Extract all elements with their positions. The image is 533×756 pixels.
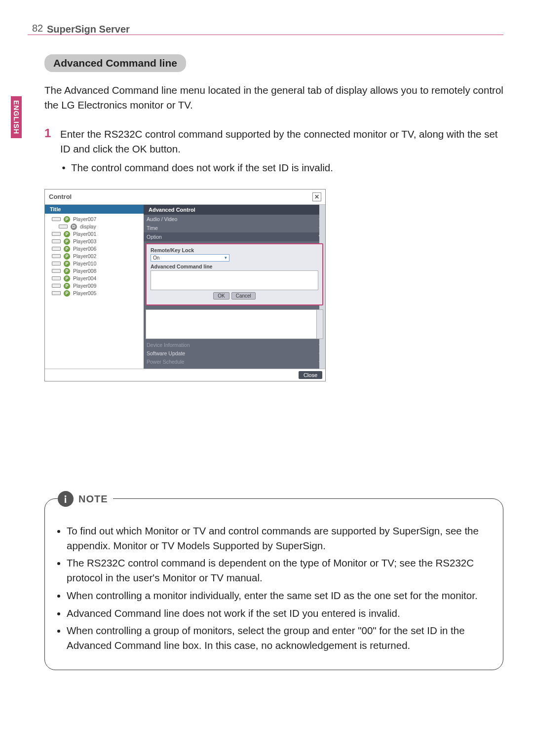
list-item[interactable]: PPlayer006 <box>52 245 144 253</box>
content-area: Advanced Command line The Advanced Comma… <box>44 35 503 381</box>
list-item[interactable]: PPlayer005 <box>52 290 144 297</box>
subrow-option[interactable]: Option▼ <box>144 232 325 241</box>
list-item[interactable]: PPlayer010 <box>52 260 144 267</box>
step-sub-bullet: • The control command does not work if t… <box>60 160 503 175</box>
list-item[interactable]: PPlayer009 <box>52 282 144 290</box>
title-header: Title <box>45 205 144 214</box>
status-badge: P <box>64 261 70 267</box>
cancel-button[interactable]: Cancel <box>231 292 256 300</box>
bullet-text: The control command does not work if the… <box>71 160 333 175</box>
status-badge: P <box>64 275 70 282</box>
status-badge: P <box>64 216 70 223</box>
remote-key-lock-label: Remote/Key Lock <box>151 247 318 253</box>
device-icon <box>52 217 61 221</box>
note-item: When controlling a group of monitors, se… <box>67 623 491 652</box>
panel-title: Control <box>49 193 72 200</box>
player-label: Player003 <box>73 238 96 244</box>
remote-key-lock-select[interactable]: On ▾ <box>151 254 229 262</box>
output-area <box>146 309 323 339</box>
device-icon <box>52 239 61 243</box>
player-label: Player004 <box>73 275 96 281</box>
option-block-highlight: Remote/Key Lock On ▾ Advanced Command li… <box>146 243 323 305</box>
list-item[interactable]: PPlayer008 <box>52 267 144 275</box>
status-badge: P <box>64 290 70 297</box>
subrow-label: Option <box>147 234 162 240</box>
note-item: Advanced Command line does not work if t… <box>67 606 491 621</box>
player-label: Player005 <box>73 290 96 296</box>
list-item[interactable]: PPlayer002 <box>52 253 144 260</box>
status-badge: P <box>64 283 70 289</box>
subrow-label: Audio / Video <box>147 216 177 222</box>
status-badge: D <box>71 224 77 230</box>
chevron-down-icon: ▾ <box>225 255 227 260</box>
device-icon <box>52 254 61 258</box>
status-badge: P <box>64 253 70 260</box>
device-icon <box>52 247 61 251</box>
status-badge: P <box>64 268 70 274</box>
list-item[interactable]: PPlayer007 <box>52 216 144 223</box>
note-item: The RS232C control command is dependent … <box>67 556 491 585</box>
device-icon <box>52 262 61 265</box>
player-label: Player001 <box>73 231 96 237</box>
panel-header: Control ✕ <box>45 189 325 205</box>
close-icon[interactable]: ✕ <box>312 192 321 201</box>
step-number: 1 <box>44 127 55 175</box>
list-item[interactable]: PPlayer003 <box>52 238 144 245</box>
note-box: NOTE To find out which Monitor or TV and… <box>44 498 503 670</box>
intro-paragraph: The Advanced Command line menu located i… <box>44 83 503 112</box>
bullet-dot: • <box>60 160 67 175</box>
ok-button[interactable]: OK <box>213 292 229 300</box>
subrow-label: Time <box>147 225 158 231</box>
subrow-label: Power Schedule <box>147 359 184 365</box>
subrow-device-information[interactable]: Device Information◀ <box>144 341 325 349</box>
player-label: Player010 <box>73 261 96 266</box>
subrow-time[interactable]: Time◀ <box>144 224 325 232</box>
list-item[interactable]: PPlayer004 <box>52 275 144 282</box>
control-panel-screenshot: Control ✕ Title PPlayer007 Ddisplay PPla… <box>44 189 326 381</box>
right-column: Advanced Control Audio / Video◀ Time◀ Op… <box>144 205 325 369</box>
header-title: SuperSign Server <box>47 24 130 35</box>
note-item: When controlling a monitor individually,… <box>67 588 491 603</box>
subrow-power-schedule[interactable]: Power Schedule◀ <box>144 358 325 366</box>
subrow-audio-video[interactable]: Audio / Video◀ <box>144 215 325 224</box>
advanced-command-line-label: Advanced Command line <box>151 264 318 269</box>
player-label: Player002 <box>73 253 96 259</box>
subrow-label: Software Update <box>147 350 185 356</box>
section-heading-pill: Advanced Command line <box>44 54 186 72</box>
note-label: NOTE <box>78 493 108 505</box>
status-badge: P <box>64 231 70 237</box>
close-button[interactable]: Close <box>299 371 322 379</box>
language-tab: ENGLISH <box>11 96 22 138</box>
command-line-input[interactable] <box>151 270 318 290</box>
player-label: Player009 <box>73 283 96 289</box>
device-icon <box>59 225 68 228</box>
note-icon <box>58 491 74 507</box>
step-text: Enter the RS232C control command support… <box>60 128 498 154</box>
page-number: 82 <box>32 23 43 34</box>
player-label: Player008 <box>73 268 96 274</box>
player-label: Player007 <box>73 216 96 222</box>
advanced-control-header: Advanced Control <box>144 205 325 215</box>
player-label: display <box>80 224 96 229</box>
select-value: On <box>153 255 159 261</box>
player-list: PPlayer007 Ddisplay PPlayer001 PPlayer00… <box>45 214 144 297</box>
device-icon <box>52 232 61 236</box>
device-icon <box>52 284 61 288</box>
device-icon <box>52 291 61 295</box>
device-icon <box>52 276 61 280</box>
step-1: 1 Enter the RS232C control command suppo… <box>44 127 503 175</box>
subrow-software-update[interactable]: Software Update◀ <box>144 349 325 358</box>
list-item[interactable]: Ddisplay <box>52 223 144 230</box>
panel-footer: Close <box>45 369 325 381</box>
note-section: NOTE To find out which Monitor or TV and… <box>44 498 503 670</box>
note-list: To find out which Monitor or TV and cont… <box>57 524 491 653</box>
note-item: To find out which Monitor or TV and cont… <box>67 524 491 553</box>
status-badge: P <box>64 238 70 245</box>
step-body: Enter the RS232C control command support… <box>60 127 503 175</box>
title-column: Title PPlayer007 Ddisplay PPlayer001 PPl… <box>45 205 144 369</box>
status-badge: P <box>64 246 70 252</box>
note-tab: NOTE <box>58 491 113 507</box>
list-item[interactable]: PPlayer001 <box>52 230 144 238</box>
subrow-label: Device Information <box>147 342 190 348</box>
device-icon <box>52 269 61 273</box>
